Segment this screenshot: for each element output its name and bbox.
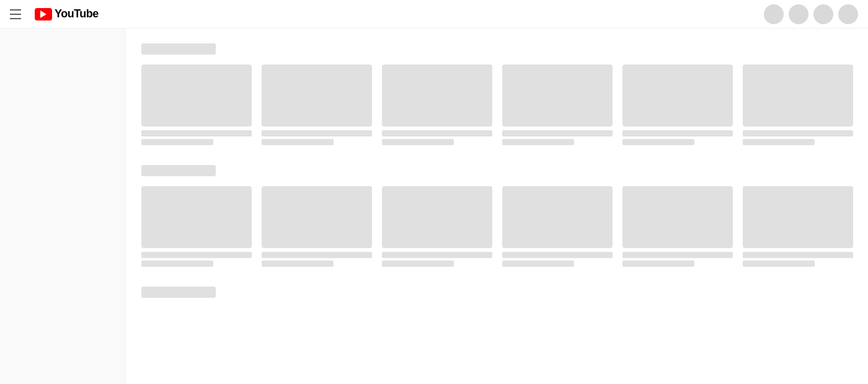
section-2-title: [141, 165, 216, 176]
video-card[interactable]: [743, 186, 853, 267]
video-card[interactable]: [262, 65, 372, 145]
video-info: [502, 252, 613, 267]
video-title: [502, 130, 613, 136]
video-card[interactable]: [382, 186, 492, 267]
video-thumbnail: [622, 65, 733, 127]
video-info: [141, 252, 252, 267]
video-thumbnail: [743, 186, 853, 248]
video-info: [743, 252, 853, 267]
video-meta: [502, 261, 574, 267]
video-info: [743, 130, 853, 145]
menu-icon[interactable]: [10, 7, 25, 22]
avatar-2[interactable]: [789, 4, 808, 24]
video-thumbnail: [382, 65, 492, 127]
avatar-3[interactable]: [813, 4, 833, 24]
sidebar: [0, 29, 126, 384]
section-1-title: [141, 43, 216, 55]
section-1: [141, 43, 853, 145]
video-title: [502, 252, 613, 258]
video-thumbnail: [502, 65, 613, 127]
video-thumbnail: [622, 186, 733, 248]
video-thumbnail: [502, 186, 613, 248]
video-meta: [622, 139, 694, 145]
logo[interactable]: YouTube: [35, 7, 99, 20]
video-meta: [141, 261, 213, 267]
video-meta: [262, 261, 334, 267]
video-card[interactable]: [141, 65, 252, 145]
avatar-4[interactable]: [838, 4, 858, 24]
video-title: [382, 252, 492, 258]
video-meta: [502, 139, 574, 145]
video-grid-2: [141, 186, 853, 267]
video-card[interactable]: [502, 65, 613, 145]
video-meta: [743, 261, 815, 267]
video-card[interactable]: [262, 186, 372, 267]
video-title: [141, 252, 252, 258]
section-3: [141, 287, 853, 298]
video-thumbnail: [382, 186, 492, 248]
video-title: [743, 130, 853, 136]
header-left: YouTube: [10, 7, 99, 22]
video-card[interactable]: [622, 65, 733, 145]
video-meta: [262, 139, 334, 145]
video-info: [262, 252, 372, 267]
youtube-logo-icon: [35, 8, 52, 20]
logo-text: YouTube: [55, 7, 99, 20]
video-info: [382, 252, 492, 267]
video-title: [262, 130, 372, 136]
video-card[interactable]: [141, 186, 252, 267]
video-meta: [382, 261, 454, 267]
video-meta: [622, 261, 694, 267]
video-meta: [141, 139, 213, 145]
video-card[interactable]: [622, 186, 733, 267]
header-right: [764, 4, 858, 24]
video-card[interactable]: [502, 186, 613, 267]
video-info: [141, 130, 252, 145]
video-title: [141, 130, 252, 136]
section-3-title: [141, 287, 216, 298]
main-content: [126, 29, 868, 333]
video-thumbnail: [141, 186, 252, 248]
video-thumbnail: [262, 186, 372, 248]
video-title: [622, 252, 733, 258]
video-thumbnail: [262, 65, 372, 127]
video-meta: [743, 139, 815, 145]
video-info: [262, 130, 372, 145]
video-info: [382, 130, 492, 145]
video-meta: [382, 139, 454, 145]
video-grid-1: [141, 65, 853, 145]
video-title: [262, 252, 372, 258]
video-card[interactable]: [743, 65, 853, 145]
header: YouTube: [0, 0, 868, 29]
video-info: [502, 130, 613, 145]
video-title: [382, 130, 492, 136]
section-2: [141, 165, 853, 267]
video-thumbnail: [743, 65, 853, 127]
video-info: [622, 252, 733, 267]
video-card[interactable]: [382, 65, 492, 145]
avatar-1[interactable]: [764, 4, 784, 24]
video-title: [743, 252, 853, 258]
video-info: [622, 130, 733, 145]
video-thumbnail: [141, 65, 252, 127]
video-title: [622, 130, 733, 136]
